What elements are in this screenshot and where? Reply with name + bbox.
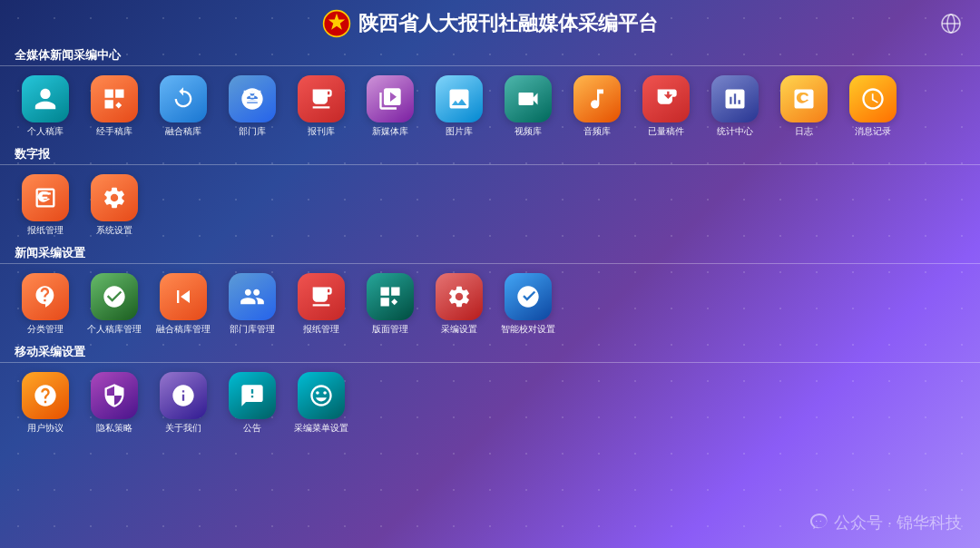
audio-bin-label: 音频库 [583,126,611,137]
sidebar-item-mobile-form[interactable]: 采编菜单设置 [290,372,352,434]
published-icon-box [642,75,690,122]
emblem-icon [322,9,351,38]
wechat-icon [808,512,830,533]
paper-mgmt-label: 报纸管理 [303,324,339,335]
photo-bin-label: 图片库 [446,126,473,137]
newmedia-bin-label: 新媒体库 [372,126,408,137]
video-bin-label: 视频库 [514,126,542,137]
sidebar-item-editor-bin[interactable]: 经手稿库 [83,75,145,137]
notice-label: 公告 [243,423,261,434]
dept-bin-icon-box [229,75,276,122]
icon-grid-news-settings: 分类管理 个人稿库管理 融合稿库管理 部门库管理 [0,268,980,340]
section-news-settings-label: 新闻采编设置 [0,241,980,264]
category-mgmt-icon-box [22,273,69,320]
paper-mgmt-icon-box [298,273,345,320]
sidebar-item-audio-bin[interactable]: 音频库 [566,75,628,137]
watermark-text: 公众号 · 锦华科技 [834,512,962,533]
sidebar-item-about-us[interactable]: 关于我们 [152,372,214,434]
icon-grid-mobile: 用户协议 隐私策略 关于我们 公告 [0,367,980,439]
newspaper-bin-icon-box [298,75,345,122]
section-digital-label: 数字报 [0,142,980,165]
stats-icon-box [711,75,759,122]
fusion-mgmt-label: 融合稿库管理 [156,324,211,335]
editor-bin-icon-box [91,75,138,122]
smart-check-icon-box [505,273,552,320]
fusion-mgmt-icon-box [160,273,207,320]
sidebar-item-stats[interactable]: 统计中心 [704,75,766,137]
globe-icon[interactable] [940,13,962,34]
about-us-label: 关于我们 [165,423,201,434]
photo-bin-icon-box [436,75,483,122]
log-label: 日志 [795,126,813,137]
sidebar-item-photo-bin[interactable]: 图片库 [428,75,490,137]
editor-bin-label: 经手稿库 [96,126,132,137]
fusion-bin-label: 融合稿库 [165,126,201,137]
sidebar-item-personal-bin[interactable]: 个人稿库 [15,75,76,137]
header-title: 陕西省人大报刊社融媒体采编平台 [0,9,980,38]
layout-mgmt-icon-box [367,273,414,320]
sidebar-item-fusion-bin[interactable]: 融合稿库 [152,75,214,137]
sidebar-item-category-mgmt[interactable]: 分类管理 [15,273,76,335]
sidebar-item-dept-bin[interactable]: 部门库 [221,75,283,137]
section-omni-media-label: 全媒体新闻采编中心 [0,44,980,66]
newspaper-bin-label: 报刊库 [308,126,335,137]
sidebar-item-paper-mgmt[interactable]: 报纸管理 [290,273,352,335]
sidebar-item-edit-settings[interactable]: 采编设置 [428,273,490,335]
sidebar-item-notice[interactable]: 公告 [221,372,283,434]
section-mobile-settings: 移动采编设置 用户协议 隐私策略 关于我们 [0,340,980,439]
dept-bin-label: 部门库 [239,126,266,137]
sidebar-item-personal-mgmt[interactable]: 个人稿库管理 [83,273,145,335]
edit-settings-icon-box [436,273,483,320]
newspaper-mgmt-icon-box [22,174,69,221]
audio-bin-icon-box [573,75,621,122]
sidebar-item-smart-check[interactable]: 智能校对设置 [497,273,559,335]
personal-bin-icon-box [22,75,69,122]
sidebar-item-layout-mgmt[interactable]: 版面管理 [359,273,421,335]
icon-grid-omni: 个人稿库 经手稿库 融合稿库 部门库 [0,70,980,142]
sidebar-item-newspaper-mgmt[interactable]: 报纸管理 [15,174,76,236]
section-digital-newspaper: 数字报 报纸管理 系统设置 [0,142,980,241]
dept-mgmt-icon-box [229,273,276,320]
stats-label: 统计中心 [717,126,753,137]
category-mgmt-label: 分类管理 [27,324,64,335]
fusion-bin-icon-box [160,75,207,122]
log-icon-box [780,75,828,122]
personal-bin-label: 个人稿库 [27,126,64,137]
sys-settings-icon-box [91,174,138,221]
privacy-policy-label: 隐私策略 [96,423,132,434]
svg-rect-7 [246,100,259,102]
sidebar-item-published[interactable]: 已量稿件 [635,75,697,137]
svg-rect-6 [250,96,255,98]
sidebar-item-sys-settings[interactable]: 系统设置 [83,174,145,236]
sidebar-item-newmedia-bin[interactable]: 新媒体库 [359,75,421,137]
mobile-form-label: 采编菜单设置 [294,423,348,434]
watermark: 公众号 · 锦华科技 [808,512,962,533]
video-bin-icon-box [505,75,552,122]
mobile-form-icon-box [298,372,345,419]
sidebar-item-video-bin[interactable]: 视频库 [497,75,559,137]
sidebar-item-msg-record[interactable]: 消息记录 [842,75,904,137]
sidebar-item-log[interactable]: 日志 [773,75,835,137]
dept-mgmt-label: 部门库管理 [230,324,275,335]
sidebar-item-user-agreement[interactable]: 用户协议 [15,372,76,434]
icon-grid-digital: 报纸管理 系统设置 [0,169,980,241]
section-omni-media: 全媒体新闻采编中心 个人稿库 经手稿库 融合稿库 [0,44,980,142]
header: 陕西省人大报刊社融媒体采编平台 [0,0,980,44]
privacy-policy-icon-box [91,372,138,419]
about-us-icon-box [160,372,207,419]
sidebar-item-fusion-mgmt[interactable]: 融合稿库管理 [152,273,214,335]
sidebar-item-privacy-policy[interactable]: 隐私策略 [83,372,145,434]
newspaper-mgmt-label: 报纸管理 [27,225,64,236]
sidebar-item-dept-mgmt[interactable]: 部门库管理 [221,273,283,335]
section-mobile-label: 移动采编设置 [0,340,980,363]
user-agreement-label: 用户协议 [27,423,64,434]
published-label: 已量稿件 [648,126,684,137]
section-news-settings: 新闻采编设置 分类管理 个人稿库管理 融合稿库管理 [0,241,980,340]
newmedia-bin-icon-box [367,75,414,122]
sidebar-item-newspaper-bin[interactable]: 报刊库 [290,75,352,137]
msg-record-icon-box [849,75,897,122]
user-agreement-icon-box [22,372,69,419]
edit-settings-label: 采编设置 [441,324,477,335]
personal-mgmt-icon-box [91,273,138,320]
personal-mgmt-label: 个人稿库管理 [87,324,142,335]
